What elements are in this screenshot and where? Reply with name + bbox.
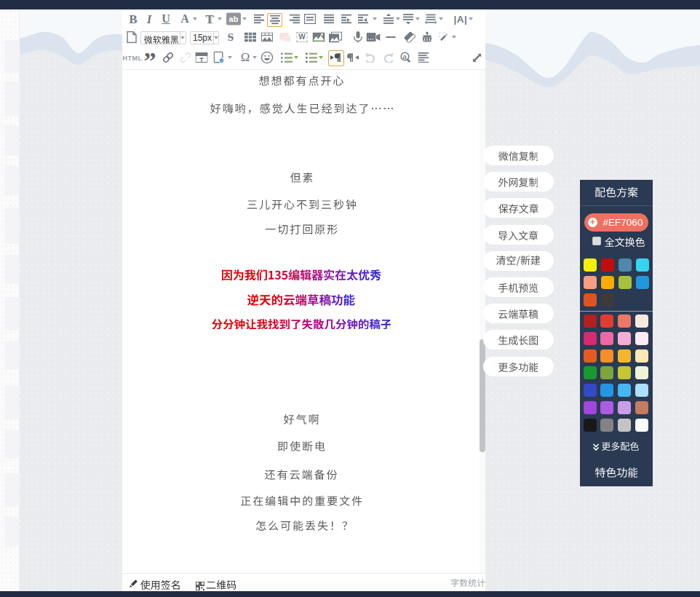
svg-text:a: a [403,53,407,60]
